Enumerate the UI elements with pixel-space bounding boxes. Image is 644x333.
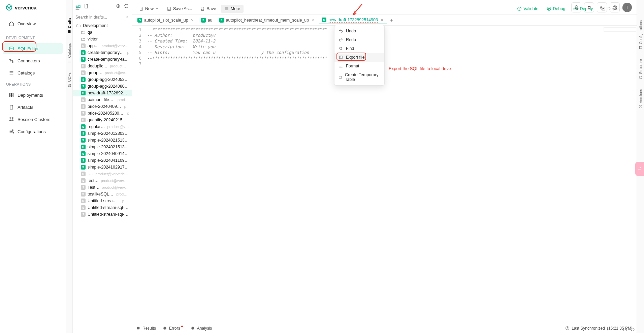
ribbon-catalogs[interactable]: Catalogs: [67, 43, 71, 63]
tree-file[interactable]: Sdeduplicationproduct@ve...: [73, 63, 132, 69]
dd-format[interactable]: Format: [334, 62, 384, 70]
nav-configurations[interactable]: Configurations: [3, 126, 63, 137]
save-icon: [200, 6, 205, 11]
tree-file[interactable]: Ssimple-20240215132749: [73, 137, 132, 144]
locate-icon[interactable]: [116, 3, 121, 9]
tree-file[interactable]: Sgroup-agg-2024080117285: [73, 83, 132, 90]
new-file-icon[interactable]: [84, 3, 89, 9]
nav-sql-editor[interactable]: SQL Editor: [3, 43, 63, 54]
tree-file[interactable]: StestlikeSQLClientproduct...: [73, 191, 132, 198]
tree-file[interactable]: STest-sqlproduct@ververic...: [73, 184, 132, 191]
editor-tab[interactable]: Sautopilot_heartbeat_timeout_mem_scale_u…: [217, 17, 318, 24]
tree-file[interactable]: Sprice-20240409143542pr...: [73, 103, 132, 110]
theme-button[interactable]: [597, 2, 607, 12]
nav-artifacts[interactable]: Artifacts: [3, 102, 63, 113]
tree-file[interactable]: SUntitled-stream-sql-202404: [73, 204, 132, 211]
nav-connectors[interactable]: Connectors: [3, 55, 63, 66]
svg-rect-7: [12, 95, 13, 97]
tree-file-subtitle: product@ververic...: [101, 179, 129, 183]
right-ribbon-versions[interactable]: Versions: [639, 89, 643, 109]
tree-file[interactable]: Sregular-joinproduct@verv...: [73, 123, 132, 130]
tree-file-subtitle: product...: [116, 192, 129, 196]
nav-overview-label: Overview: [18, 21, 36, 26]
add-tab-button[interactable]: [388, 17, 395, 24]
save-as-button[interactable]: Save As...: [163, 5, 195, 13]
ribbon-udfs[interactable]: UDFs: [67, 72, 71, 87]
code-line: --**************************************…: [147, 56, 637, 61]
gear-icon[interactable]: [630, 327, 635, 332]
close-icon[interactable]: [190, 18, 194, 22]
search-icon[interactable]: [126, 15, 129, 20]
validate-button[interactable]: Validate: [514, 5, 542, 13]
tree-file[interactable]: SUntitled-stream-sql-202407: [73, 211, 132, 218]
nav-catalogs[interactable]: Catalogs: [3, 67, 63, 78]
new-button[interactable]: New: [135, 5, 162, 13]
minimap[interactable]: [604, 26, 636, 32]
tree-file[interactable]: Ssimple-20240409143528: [73, 150, 132, 157]
tree-file[interactable]: SUntitled-stream-sqlprod: [73, 198, 132, 204]
tree-folder-victor[interactable]: victor: [73, 36, 132, 42]
sql-file-badge-icon: S: [81, 185, 86, 190]
tree-folder-qa[interactable]: qa: [73, 29, 132, 36]
svg-rect-17: [70, 84, 71, 85]
nav-heading-operations: OPERATIONS: [0, 79, 66, 89]
close-icon[interactable]: [311, 18, 315, 22]
dd-undo[interactable]: Undo: [334, 27, 384, 35]
more-button[interactable]: More: [221, 5, 244, 13]
ribbon-drafts[interactable]: Drafts: [67, 18, 71, 34]
nav-session-clusters[interactable]: Session Clusters: [3, 114, 63, 125]
analysis-tab[interactable]: Analysis: [191, 326, 212, 331]
tree-file[interactable]: Sprice-20240528084436p: [73, 110, 132, 117]
config-icon: [639, 46, 643, 50]
dd-create-temp-table[interactable]: Create Temporary Table: [334, 70, 384, 84]
tree-file[interactable]: Screate-temporary-table-2024: [73, 56, 132, 63]
svg-point-10: [10, 120, 11, 121]
results-icon: [136, 326, 140, 330]
brand-logo[interactable]: ververica: [0, 0, 66, 15]
user-avatar[interactable]: T: [622, 3, 632, 12]
tree-search-input[interactable]: [75, 15, 126, 20]
sidebar-collapse-icon[interactable]: [75, 5, 80, 11]
dd-find[interactable]: Find: [334, 44, 384, 53]
refresh-icon[interactable]: [124, 3, 129, 9]
tree-file[interactable]: Ssimple-20240123030411: [73, 130, 132, 137]
nav-overview[interactable]: Overview: [3, 18, 63, 29]
tree-file[interactable]: Stest-dbproduct@ververic...: [73, 177, 132, 184]
tree-file[interactable]: Snew-draft-1732892514903: [73, 90, 132, 96]
tree-folder-development[interactable]: Development: [73, 22, 132, 29]
tree-file[interactable]: Sgroup-agg-2024052808452: [73, 76, 132, 83]
close-icon[interactable]: [380, 18, 384, 22]
tree-file[interactable]: Screate-temporary-tablep: [73, 49, 132, 56]
line-number: 5: [132, 50, 141, 56]
tree-file[interactable]: Ssimple-20241029170516: [73, 164, 132, 171]
nav-deployments[interactable]: Deployments: [3, 90, 63, 100]
tree-file-label: create-temporary-table: [88, 50, 125, 55]
right-ribbon-configurations[interactable]: Configurations: [639, 20, 643, 50]
editor-tab[interactable]: Sau: [198, 17, 215, 24]
right-ribbon-structure[interactable]: Structure: [639, 59, 643, 80]
plugin-button[interactable]: [584, 2, 594, 12]
session-clusters-icon: [9, 117, 14, 122]
results-tab[interactable]: Results: [136, 326, 156, 331]
save-button[interactable]: Save: [197, 5, 220, 13]
errors-tab[interactable]: Errors: [163, 326, 184, 331]
tree-file[interactable]: Ssimple-20240215133053: [73, 144, 132, 150]
debug-button[interactable]: Debug: [543, 5, 569, 13]
tree-file[interactable]: Sappendproduct@ververic...: [73, 42, 132, 49]
editor-tab[interactable]: Sautopilot_slot_scale_up: [135, 17, 197, 24]
sql-file-badge-icon: S: [81, 57, 86, 62]
notifications-button[interactable]: [571, 2, 581, 12]
tree-file[interactable]: Ssimple-20240411094012: [73, 157, 132, 164]
sql-file-badge-icon: S: [81, 212, 86, 217]
tree-file[interactable]: Spaimon_file_layoutproduc...: [73, 96, 132, 103]
dd-export-file[interactable]: Export file: [334, 53, 384, 62]
svg-rect-1: [9, 47, 13, 50]
tree-file[interactable]: Squantity-20240215133030: [73, 117, 132, 123]
help-button[interactable]: [610, 2, 620, 12]
floating-action-button[interactable]: [635, 162, 644, 176]
editor-tab[interactable]: Snew-draft-1732892514903: [319, 16, 387, 24]
dd-redo[interactable]: Redo: [334, 35, 384, 44]
tree-file[interactable]: Stestproduct@ververica.co...: [73, 171, 132, 177]
sql-file-badge-icon: S: [81, 50, 86, 55]
tree-file[interactable]: Sgroup-aggproduct@ververi...: [73, 69, 132, 76]
